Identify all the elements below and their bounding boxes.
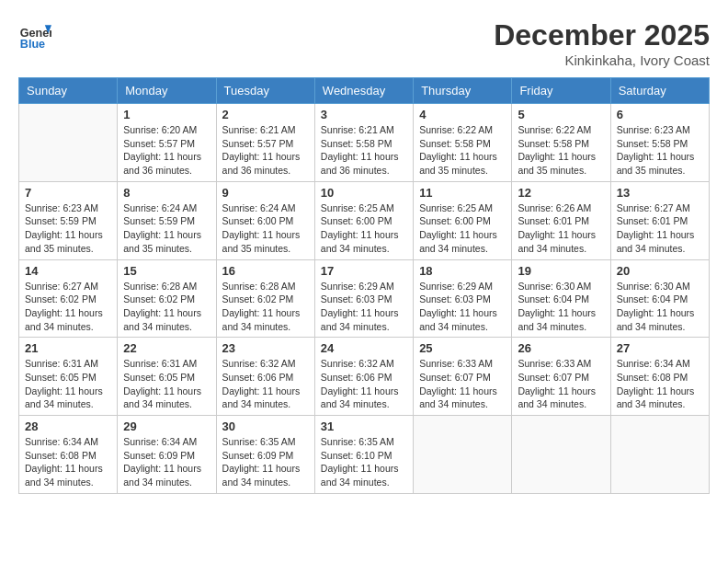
calendar-day-cell: 8Sunrise: 6:24 AMSunset: 5:59 PMDaylight… [118,181,216,259]
calendar-week-row: 14Sunrise: 6:27 AMSunset: 6:02 PMDayligh… [19,259,710,338]
day-number: 27 [617,341,703,355]
day-number: 7 [25,186,111,200]
calendar-header-row: SundayMondayTuesdayWednesdayThursdayFrid… [19,78,710,104]
day-number: 13 [617,186,703,200]
day-number: 21 [25,341,111,355]
day-info: Sunrise: 6:24 AMSunset: 6:00 PMDaylight:… [222,201,309,256]
calendar-table: SundayMondayTuesdayWednesdayThursdayFrid… [18,77,710,494]
day-number: 16 [222,264,309,278]
day-info: Sunrise: 6:30 AMSunset: 6:04 PMDaylight:… [518,280,604,334]
day-number: 2 [222,108,309,121]
day-number: 30 [222,419,309,433]
calendar-day-cell: 10Sunrise: 6:25 AMSunset: 6:00 PMDayligh… [314,181,413,259]
calendar-day-cell: 23Sunrise: 6:32 AMSunset: 6:06 PMDayligh… [216,338,314,416]
calendar-day-cell: 22Sunrise: 6:31 AMSunset: 6:05 PMDayligh… [118,338,216,416]
day-info: Sunrise: 6:27 AMSunset: 6:01 PMDaylight:… [617,201,703,256]
calendar-day-cell: 7Sunrise: 6:23 AMSunset: 5:59 PMDaylight… [19,181,118,259]
calendar-day-cell: 28Sunrise: 6:34 AMSunset: 6:08 PMDayligh… [19,416,118,494]
day-info: Sunrise: 6:20 AMSunset: 5:57 PMDaylight:… [123,123,210,178]
day-info: Sunrise: 6:33 AMSunset: 6:07 PMDaylight:… [518,357,604,411]
day-number: 31 [321,419,407,433]
day-info: Sunrise: 6:22 AMSunset: 5:58 PMDaylight:… [419,123,506,178]
calendar-day-cell: 9Sunrise: 6:24 AMSunset: 6:00 PMDaylight… [216,181,314,259]
day-info: Sunrise: 6:21 AMSunset: 5:57 PMDaylight:… [222,123,309,178]
day-info: Sunrise: 6:23 AMSunset: 5:58 PMDaylight:… [617,123,703,178]
calendar-day-cell: 12Sunrise: 6:26 AMSunset: 6:01 PMDayligh… [512,181,610,259]
calendar-day-cell [414,416,512,494]
calendar-day-cell: 31Sunrise: 6:35 AMSunset: 6:10 PMDayligh… [314,416,413,494]
day-info: Sunrise: 6:34 AMSunset: 6:08 PMDaylight:… [25,435,111,489]
title-block: December 2025 Kinkinkaha, Ivory Coast [494,18,710,68]
day-info: Sunrise: 6:26 AMSunset: 6:01 PMDaylight:… [518,201,604,256]
location: Kinkinkaha, Ivory Coast [494,52,710,68]
day-number: 8 [123,186,210,200]
calendar-day-cell: 18Sunrise: 6:29 AMSunset: 6:03 PMDayligh… [414,259,512,338]
day-number: 24 [321,341,407,355]
day-info: Sunrise: 6:31 AMSunset: 6:05 PMDaylight:… [25,357,111,411]
day-info: Sunrise: 6:28 AMSunset: 6:02 PMDaylight:… [123,280,210,334]
day-number: 4 [419,108,506,121]
calendar-day-cell: 11Sunrise: 6:25 AMSunset: 6:00 PMDayligh… [414,181,512,259]
day-number: 22 [123,341,210,355]
calendar-day-cell: 24Sunrise: 6:32 AMSunset: 6:06 PMDayligh… [314,338,413,416]
day-info: Sunrise: 6:34 AMSunset: 6:09 PMDaylight:… [123,435,210,489]
day-info: Sunrise: 6:28 AMSunset: 6:02 PMDaylight:… [222,280,309,334]
calendar-day-cell: 3Sunrise: 6:21 AMSunset: 5:58 PMDaylight… [314,104,413,182]
day-info: Sunrise: 6:32 AMSunset: 6:06 PMDaylight:… [321,357,407,411]
calendar-day-cell: 21Sunrise: 6:31 AMSunset: 6:05 PMDayligh… [19,338,118,416]
day-info: Sunrise: 6:30 AMSunset: 6:04 PMDaylight:… [617,280,703,334]
day-number: 23 [222,341,309,355]
calendar-day-header: Thursday [414,78,512,104]
day-info: Sunrise: 6:21 AMSunset: 5:58 PMDaylight:… [321,123,407,178]
calendar-day-header: Friday [512,78,610,104]
day-info: Sunrise: 6:35 AMSunset: 6:09 PMDaylight:… [222,435,309,489]
day-info: Sunrise: 6:27 AMSunset: 6:02 PMDaylight:… [25,280,111,334]
calendar-day-cell: 29Sunrise: 6:34 AMSunset: 6:09 PMDayligh… [118,416,216,494]
day-number: 3 [321,108,407,121]
day-info: Sunrise: 6:29 AMSunset: 6:03 PMDaylight:… [419,280,506,334]
calendar-day-cell: 15Sunrise: 6:28 AMSunset: 6:02 PMDayligh… [118,259,216,338]
day-number: 14 [25,264,111,278]
day-number: 17 [321,264,407,278]
calendar-week-row: 1Sunrise: 6:20 AMSunset: 5:57 PMDaylight… [19,104,710,182]
calendar-day-cell: 4Sunrise: 6:22 AMSunset: 5:58 PMDaylight… [414,104,512,182]
calendar-day-header: Saturday [610,78,709,104]
logo: General Blue [18,18,51,52]
calendar-day-cell: 25Sunrise: 6:33 AMSunset: 6:07 PMDayligh… [414,338,512,416]
calendar-week-row: 28Sunrise: 6:34 AMSunset: 6:08 PMDayligh… [19,416,710,494]
calendar-week-row: 21Sunrise: 6:31 AMSunset: 6:05 PMDayligh… [19,338,710,416]
calendar-day-cell: 13Sunrise: 6:27 AMSunset: 6:01 PMDayligh… [610,181,709,259]
day-number: 9 [222,186,309,200]
day-number: 15 [123,264,210,278]
calendar-day-cell: 1Sunrise: 6:20 AMSunset: 5:57 PMDaylight… [118,104,216,182]
calendar-day-cell: 20Sunrise: 6:30 AMSunset: 6:04 PMDayligh… [610,259,709,338]
day-info: Sunrise: 6:29 AMSunset: 6:03 PMDaylight:… [321,280,407,334]
day-number: 18 [419,264,506,278]
day-number: 10 [321,186,407,200]
day-info: Sunrise: 6:32 AMSunset: 6:06 PMDaylight:… [222,357,309,411]
calendar-day-cell: 6Sunrise: 6:23 AMSunset: 5:58 PMDaylight… [610,104,709,182]
calendar-day-cell: 14Sunrise: 6:27 AMSunset: 6:02 PMDayligh… [19,259,118,338]
day-info: Sunrise: 6:24 AMSunset: 5:59 PMDaylight:… [123,201,210,256]
day-number: 19 [518,264,604,278]
day-number: 26 [518,341,604,355]
calendar-day-cell [512,416,610,494]
calendar-day-cell: 16Sunrise: 6:28 AMSunset: 6:02 PMDayligh… [216,259,314,338]
day-info: Sunrise: 6:25 AMSunset: 6:00 PMDaylight:… [321,201,407,256]
calendar-day-cell: 5Sunrise: 6:22 AMSunset: 5:58 PMDaylight… [512,104,610,182]
calendar-day-header: Monday [118,78,216,104]
day-number: 20 [617,264,703,278]
calendar-day-header: Wednesday [314,78,413,104]
day-number: 29 [123,419,210,433]
day-info: Sunrise: 6:34 AMSunset: 6:08 PMDaylight:… [617,357,703,411]
calendar-day-cell: 27Sunrise: 6:34 AMSunset: 6:08 PMDayligh… [610,338,709,416]
day-number: 25 [419,341,506,355]
day-info: Sunrise: 6:35 AMSunset: 6:10 PMDaylight:… [321,435,407,489]
day-info: Sunrise: 6:31 AMSunset: 6:05 PMDaylight:… [123,357,210,411]
day-number: 6 [617,108,703,121]
calendar-day-cell: 26Sunrise: 6:33 AMSunset: 6:07 PMDayligh… [512,338,610,416]
day-number: 11 [419,186,506,200]
day-info: Sunrise: 6:23 AMSunset: 5:59 PMDaylight:… [25,201,111,256]
day-info: Sunrise: 6:33 AMSunset: 6:07 PMDaylight:… [419,357,506,411]
day-number: 5 [518,108,604,121]
